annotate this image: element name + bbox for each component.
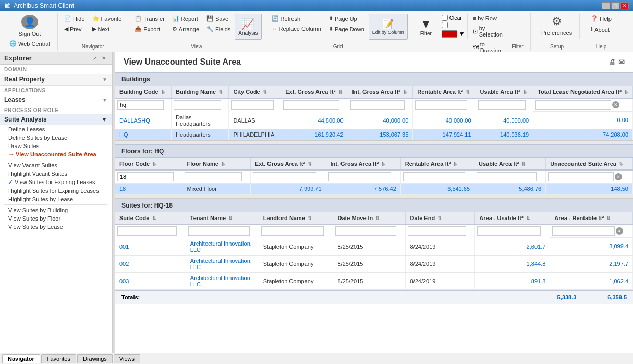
report-button[interactable]: 📊 Report bbox=[169, 14, 202, 23]
col-landlord-name[interactable]: Landlord Name ⇅ bbox=[259, 212, 333, 224]
sidebar-item-define-leases[interactable]: Define Leases bbox=[0, 125, 112, 134]
col-floor-unaccounted[interactable]: Unaccounted Suite Area ⇅ bbox=[546, 158, 633, 170]
sidebar-item-view-by-lease[interactable]: View Suites by Lease bbox=[0, 223, 112, 231]
table-row[interactable]: DALLASHQ Dallas Headquarters DALLAS 44,8… bbox=[115, 112, 633, 129]
filter-area-usable[interactable] bbox=[477, 226, 541, 236]
prev-button[interactable]: ◀ Prev bbox=[61, 24, 88, 34]
sidebar-item-highlight-vacant[interactable]: Highlight Vacant Suites bbox=[0, 169, 112, 178]
transfer-button[interactable]: 📋 Transfer bbox=[131, 14, 168, 23]
sidebar-item-view-by-building[interactable]: View Suites by Building bbox=[0, 206, 112, 214]
export-button[interactable]: 📤 Export bbox=[131, 24, 168, 34]
filter-int-gross[interactable] bbox=[350, 100, 405, 110]
col-date-move-in[interactable]: Date Move In ⇅ bbox=[333, 212, 406, 224]
buildings-scroll-indicator[interactable] bbox=[115, 140, 633, 144]
replace-column-button[interactable]: ↔ Replace Column bbox=[269, 24, 324, 33]
help-button[interactable]: ❓ Help bbox=[588, 14, 615, 23]
filter-ext-gross[interactable] bbox=[283, 100, 339, 110]
col-ext-gross[interactable]: Ext. Gross Area ft² ⇅ bbox=[281, 86, 348, 98]
col-floor-ext-gross[interactable]: Ext. Gross Area ft² ⇅ bbox=[250, 158, 326, 170]
col-rentable[interactable]: Rentable Area ft² ⇅ bbox=[413, 86, 476, 98]
webcentralbutton[interactable]: 🌐 Web Central bbox=[6, 39, 53, 48]
sidebar-item-view-unaccounted[interactable]: View Unaccounted Suite Area bbox=[0, 150, 112, 159]
by-selection-button[interactable]: ⊡ by Selection bbox=[470, 23, 506, 39]
sidebar-item-define-suites[interactable]: Define Suites by Lease bbox=[0, 134, 112, 142]
filter-floor-int[interactable] bbox=[328, 172, 392, 181]
filter-floor-rentable[interactable] bbox=[403, 172, 465, 181]
filter-clear-buildings[interactable]: ✕ bbox=[612, 101, 619, 108]
col-floor-code[interactable]: Floor Code ⇅ bbox=[115, 158, 182, 170]
filter-floor-ext[interactable] bbox=[253, 172, 316, 181]
sidebar-undock-button[interactable]: ↗ bbox=[91, 55, 99, 62]
filter-clear-suites[interactable]: ✕ bbox=[616, 227, 623, 235]
table-row[interactable]: HQ Headquarters PHILADELPHIA 161,920.42 … bbox=[115, 129, 633, 140]
color-swatch[interactable] bbox=[442, 30, 457, 38]
close-button[interactable]: ✕ bbox=[620, 2, 629, 9]
tab-favorites[interactable]: Favorites bbox=[41, 354, 76, 363]
col-total-lease[interactable]: Total Lease Negotiated Area ft² ⇅ bbox=[533, 86, 633, 98]
maximize-button[interactable]: □ bbox=[611, 2, 619, 9]
sidebar-close-button[interactable]: ✕ bbox=[100, 55, 107, 62]
tab-views[interactable]: Views bbox=[114, 354, 140, 363]
filter-floor-usable[interactable] bbox=[477, 172, 537, 181]
preferences-button[interactable]: ⚙ bbox=[552, 15, 562, 28]
print-icon[interactable]: 🖨 bbox=[608, 58, 615, 66]
col-floor-usable[interactable]: Usable Area ft² ⇅ bbox=[474, 158, 546, 170]
filter-city-code[interactable] bbox=[231, 100, 274, 110]
email-icon[interactable]: ✉ bbox=[618, 58, 625, 66]
filter-floor-name[interactable] bbox=[185, 172, 241, 181]
filter-total-lease[interactable] bbox=[535, 100, 611, 110]
next-button[interactable]: ▶ Next bbox=[89, 24, 125, 34]
preferences-label[interactable]: Preferences bbox=[538, 28, 575, 38]
save-button[interactable]: 💾 Save bbox=[203, 14, 234, 23]
suite-analysis-process[interactable]: Suite Analysis ▼ bbox=[0, 114, 112, 125]
col-city-code[interactable]: City Code ⇅ bbox=[229, 86, 281, 98]
filter-tenant-name[interactable] bbox=[188, 226, 250, 236]
table-row[interactable]: 18 Mixed Floor 7,999.71 7,576.42 6,541.6… bbox=[115, 184, 633, 195]
real-property-section[interactable]: Real Property ▼ bbox=[0, 74, 112, 86]
col-floor-int-gross[interactable]: Int. Gross Area ft² ⇅ bbox=[326, 158, 400, 170]
sidebar-item-highlight-by-lease[interactable]: Highlight Suites by Lease bbox=[0, 195, 112, 203]
filter-building-name[interactable] bbox=[174, 100, 221, 110]
retain-checkbox[interactable] bbox=[442, 22, 448, 28]
arrange-button[interactable]: ⚙ Arrange bbox=[169, 24, 202, 34]
dropdown-arrow[interactable]: ▼ bbox=[459, 30, 465, 38]
col-floor-name[interactable]: Floor Name ⇅ bbox=[182, 158, 250, 170]
filter-button[interactable]: ▼ Filter bbox=[415, 14, 437, 40]
col-building-code[interactable]: Building Code ⇅ bbox=[115, 86, 172, 98]
analysis-button[interactable]: 📈 Analysis bbox=[235, 14, 261, 40]
table-row[interactable]: 001 Architectural Innovation, LLC Staple… bbox=[115, 238, 633, 255]
floors-scroll-indicator[interactable] bbox=[115, 195, 633, 199]
tab-navigator[interactable]: Navigator bbox=[2, 354, 40, 363]
filter-clear-floors[interactable]: ✕ bbox=[615, 173, 622, 180]
sidebar-item-view-expiring[interactable]: View Suites for Expiring Leases bbox=[0, 178, 112, 187]
favorite-button[interactable]: ⭐ Favorite bbox=[89, 14, 125, 23]
filter-building-code[interactable] bbox=[117, 100, 164, 110]
about-button[interactable]: ℹ About bbox=[588, 25, 615, 34]
col-usable[interactable]: Usable Area ft² ⇅ bbox=[476, 86, 533, 98]
col-area-rentable[interactable]: Area - Rentable ft² ⇅ bbox=[550, 212, 633, 224]
signout-button[interactable]: Sign Out bbox=[16, 29, 44, 39]
filter-date-move-in[interactable] bbox=[335, 226, 396, 236]
filter-date-end[interactable] bbox=[408, 226, 466, 236]
pageup-button[interactable]: ⬆ Page Up bbox=[325, 14, 368, 23]
table-row[interactable]: 002 Architectural Innovation, LLC Staple… bbox=[115, 255, 633, 272]
filter-floor-unaccounted[interactable] bbox=[548, 172, 614, 181]
filter-usable[interactable] bbox=[478, 100, 526, 110]
filter-suite-code[interactable] bbox=[117, 226, 177, 236]
sidebar-item-view-by-floor[interactable]: View Suites by Floor bbox=[0, 214, 112, 223]
filter-rentable[interactable] bbox=[415, 100, 467, 110]
hide-button[interactable]: 📄 Hide bbox=[61, 14, 88, 23]
sidebar-item-highlight-expiring[interactable]: Highlight Suites for Expiring Leases bbox=[0, 187, 112, 195]
col-tenant-name[interactable]: Tenant Name ⇅ bbox=[186, 212, 259, 224]
filter-area-rentable[interactable] bbox=[552, 226, 614, 236]
clear-checkbox[interactable] bbox=[442, 15, 448, 21]
col-area-usable[interactable]: Area - Usable ft² ⇅ bbox=[475, 212, 550, 224]
col-date-end[interactable]: Date End ⇅ bbox=[406, 212, 475, 224]
filter-floor-code[interactable] bbox=[117, 172, 174, 181]
minimize-button[interactable]: — bbox=[602, 2, 610, 9]
filter-landlord-name[interactable] bbox=[261, 226, 324, 236]
by-row-button[interactable]: ≡ by Row bbox=[470, 14, 506, 23]
edit-by-column-button[interactable]: 📝 Edit by Column bbox=[369, 14, 408, 40]
col-floor-rentable[interactable]: Rentable Area ft² ⇅ bbox=[400, 158, 474, 170]
tab-drawings[interactable]: Drawings bbox=[77, 354, 113, 363]
